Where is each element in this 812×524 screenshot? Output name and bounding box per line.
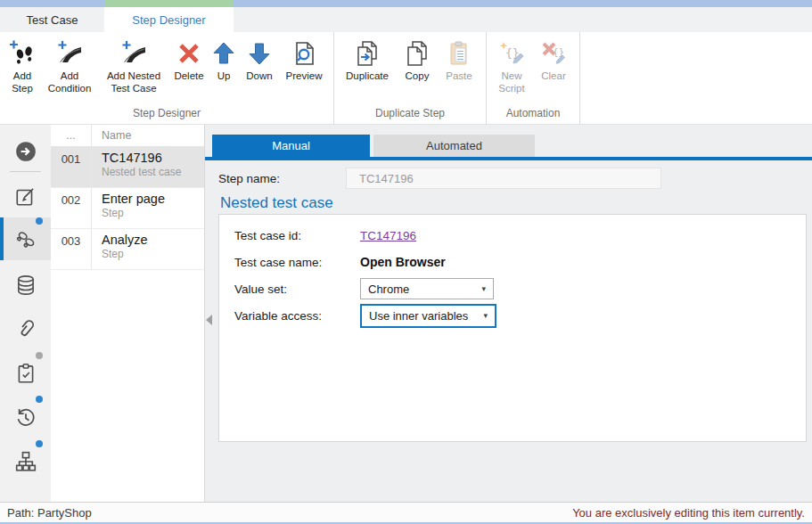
- ribbon-group-step-designer: Add Step Add Condition: [0, 32, 334, 124]
- down-button[interactable]: Down: [239, 36, 280, 83]
- test-case-id-label: Test case id:: [234, 229, 360, 242]
- add-nested-test-case-button[interactable]: Add Nested Test Case: [98, 36, 169, 94]
- duplicate-icon: [354, 37, 381, 70]
- collapse-panel-handle[interactable]: [206, 315, 212, 325]
- step-row-number: 002: [51, 188, 92, 228]
- step-name-row: Step name:: [218, 168, 661, 189]
- test-case-name-value: Open Browser: [360, 255, 446, 269]
- checklist-icon: [14, 362, 37, 385]
- step-row-type: Nested test case: [102, 166, 204, 178]
- step-name-input[interactable]: [346, 168, 661, 189]
- test-case-id-row: Test case id: TC147196: [219, 222, 806, 249]
- duplicate-label: Duplicate: [346, 70, 389, 83]
- status-message: You are exclusively editing this item cu…: [572, 506, 805, 520]
- value-set-selected: Chrome: [368, 282, 409, 296]
- sidebar-item-edit[interactable]: [0, 176, 51, 216]
- sidebar-item-steps[interactable]: [0, 219, 51, 258]
- step-row-002[interactable]: 002 Enter page Step: [51, 188, 204, 229]
- steps-list-header: ... Name: [51, 125, 204, 147]
- body-area: ... Name 001 TC147196 Nested test case 0…: [0, 125, 812, 502]
- tab-underline: [205, 157, 812, 160]
- up-button[interactable]: Up: [209, 36, 239, 83]
- variable-access-dropdown[interactable]: Use inner variables ▾: [360, 304, 496, 328]
- app-window: Test Case Step Designer Ad: [0, 0, 812, 524]
- clear-script-button: {} Clear: [533, 36, 574, 83]
- checklist-badge: [36, 352, 43, 359]
- ribbon-group-duplicate-step: Duplicate Copy: [334, 32, 487, 124]
- hierarchy-icon: [14, 450, 37, 473]
- window-tab-bar: Test Case Step Designer: [0, 7, 812, 32]
- steps-list-panel: ... Name 001 TC147196 Nested test case 0…: [51, 125, 205, 502]
- up-label: Up: [217, 70, 231, 83]
- add-step-button[interactable]: Add Step: [4, 36, 41, 94]
- ribbon-toolbar: Add Step Add Condition: [0, 32, 812, 125]
- add-condition-icon: [55, 37, 84, 70]
- copy-label: Copy: [406, 70, 430, 83]
- preview-button[interactable]: Preview: [280, 36, 328, 83]
- add-condition-label: Add Condition: [41, 70, 98, 94]
- value-set-label: Value set:: [234, 282, 360, 296]
- step-row-number: 003: [51, 229, 92, 269]
- down-label: Down: [246, 70, 272, 83]
- tab-step-designer[interactable]: Step Designer: [104, 7, 234, 32]
- add-step-label: Add Step: [4, 70, 41, 94]
- delete-button[interactable]: Delete: [169, 36, 209, 83]
- add-step-icon: [8, 37, 37, 70]
- active-tab-accent-strip: [104, 0, 234, 7]
- clear-script-label: Clear: [541, 70, 565, 83]
- duplicate-button[interactable]: Duplicate: [338, 36, 397, 83]
- step-row-name: Enter page: [102, 192, 204, 206]
- sidebar-item-attachments[interactable]: [0, 309, 51, 348]
- value-set-dropdown[interactable]: Chrome ▾: [360, 278, 494, 299]
- copy-icon: [404, 37, 431, 70]
- tab-test-case[interactable]: Test Case: [0, 7, 104, 32]
- left-sidebar: [0, 125, 51, 502]
- sidebar-item-checklist[interactable]: [0, 354, 51, 393]
- ribbon-group-label-step-designer: Step Designer: [0, 107, 333, 119]
- down-arrow-icon: [246, 37, 273, 70]
- sidebar-item-history[interactable]: [0, 397, 51, 437]
- sidebar-item-navigate[interactable]: [0, 132, 51, 171]
- test-case-name-row: Test case name: Open Browser: [219, 249, 806, 275]
- test-case-id-link[interactable]: TC147196: [360, 229, 416, 242]
- column-header-menu[interactable]: ...: [51, 125, 92, 146]
- status-bar: Path: PartyShop You are exclusively edit…: [0, 502, 812, 524]
- ribbon-group-automation: {} New Script {} Clear Automation: [487, 32, 580, 124]
- new-script-icon: {}: [497, 37, 526, 70]
- sidebar-item-hierarchy[interactable]: [0, 442, 51, 481]
- history-badge: [36, 396, 43, 403]
- preview-icon: [291, 37, 317, 70]
- chevron-down-icon: ▾: [481, 284, 486, 293]
- sidebar-divider: [10, 171, 41, 172]
- nested-test-case-form: Test case id: TC147196 Test case name: O…: [218, 214, 807, 442]
- steps-icon: [14, 227, 37, 250]
- add-condition-button[interactable]: Add Condition: [41, 36, 98, 94]
- sidebar-item-test-data[interactable]: [0, 266, 51, 305]
- preview-label: Preview: [286, 70, 323, 83]
- variable-access-row: Variable access: Use inner variables ▾: [219, 302, 806, 329]
- step-row-name: Analyze: [102, 233, 204, 247]
- tab-automated[interactable]: Automated: [373, 135, 535, 157]
- column-header-name[interactable]: Name: [92, 125, 204, 146]
- delete-icon: [176, 37, 202, 70]
- paste-label: Paste: [446, 70, 472, 83]
- tab-manual[interactable]: Manual: [212, 135, 370, 157]
- step-row-001[interactable]: 001 TC147196 Nested test case: [51, 147, 204, 188]
- copy-button[interactable]: Copy: [397, 36, 438, 83]
- step-row-003[interactable]: 003 Analyze Step: [51, 229, 204, 270]
- delete-label: Delete: [174, 70, 203, 83]
- clear-script-icon: {}: [539, 37, 568, 70]
- up-arrow-icon: [210, 37, 237, 70]
- add-nested-test-case-label: Add Nested Test Case: [98, 70, 169, 94]
- test-case-name-label: Test case name:: [234, 256, 360, 269]
- history-icon: [14, 405, 37, 429]
- add-nested-test-case-icon: [119, 37, 148, 70]
- new-script-button: {} New Script: [490, 36, 533, 94]
- database-icon: [14, 274, 37, 297]
- window-top-strip: [0, 0, 812, 7]
- step-row-name: TC147196: [102, 151, 204, 165]
- ribbon-group-label-duplicate-step: Duplicate Step: [334, 107, 486, 119]
- status-path: Path: PartyShop: [7, 506, 92, 520]
- edit-icon: [14, 184, 37, 208]
- step-row-type: Step: [102, 207, 204, 219]
